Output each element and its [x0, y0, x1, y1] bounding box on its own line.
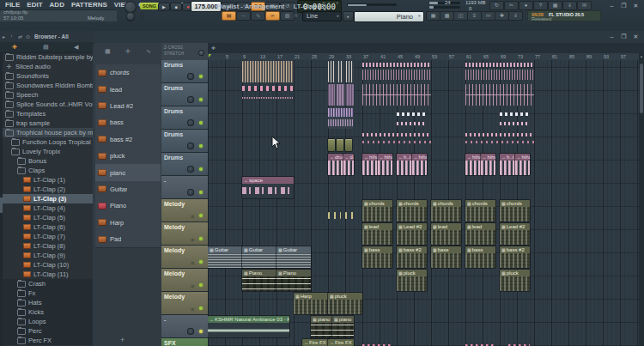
- clip-piano[interactable]: ▦Piano: [276, 270, 311, 291]
- clip-chords[interactable]: ▦chords: [500, 200, 530, 222]
- track-enable-led[interactable]: [199, 167, 203, 171]
- clip-pluck[interactable]: ▦pluck: [397, 270, 427, 291]
- clip-wavtall[interactable]: [242, 61, 294, 82]
- browser-swap-icon[interactable]: ⇄: [18, 33, 22, 39]
- add-pattern-button[interactable]: +: [120, 336, 125, 344]
- track-header-4[interactable]: Drums: [161, 130, 208, 153]
- main-volume-knob[interactable]: [125, 1, 137, 13]
- browser-item[interactable]: Bonus: [0, 156, 93, 166]
- clip-h-t[interactable]: ↔h..t: [500, 154, 515, 175]
- track-header-10[interactable]: Melody≡: [161, 269, 208, 292]
- track-pattern-icon[interactable]: ≡: [191, 214, 194, 220]
- menu-item-file[interactable]: FILE: [2, 1, 23, 9]
- clip-guitar[interactable]: ▦Guitar: [242, 246, 276, 268]
- step-edit-icon[interactable]: →: [236, 11, 251, 21]
- clip-bits[interactable]: [362, 341, 392, 346]
- clip-mini[interactable]: [328, 139, 335, 151]
- pattern-selector[interactable]: Piano +: [354, 11, 424, 22]
- browser-plugins-tab-icon[interactable]: ✚: [12, 44, 17, 51]
- playlist-minimize-button[interactable]: –: [606, 33, 617, 40]
- clip-mini[interactable]: [345, 139, 352, 151]
- clip-wavseg[interactable]: [328, 61, 354, 82]
- playlist-close-button[interactable]: ✕: [630, 33, 641, 40]
- snap-magnet-icon[interactable]: ∩: [294, 12, 298, 18]
- browser-audio-tab-icon[interactable]: ◀: [74, 44, 78, 51]
- track-header-6[interactable]: -: [161, 176, 208, 199]
- track-enable-led[interactable]: [199, 214, 203, 217]
- clip-guitar[interactable]: ▦Guitar: [208, 246, 242, 268]
- clip-space[interactable]: ↔space: [242, 177, 294, 198]
- pattern-item[interactable]: piano: [95, 164, 161, 181]
- browser-find-icon[interactable]: ⊙: [26, 33, 30, 39]
- snap-selector[interactable]: Line ▸: [302, 11, 342, 21]
- browser-item[interactable]: Fx: [0, 288, 93, 298]
- clip-bass-2[interactable]: ▦bass #2: [397, 246, 427, 268]
- clip-chords[interactable]: ▦chords: [397, 200, 427, 222]
- pattern-item[interactable]: Harp: [95, 215, 161, 232]
- browser-item[interactable]: Claps: [0, 166, 93, 175]
- clip-lead[interactable]: ▦lead: [431, 223, 461, 245]
- close-button[interactable]: ✕: [630, 2, 641, 9]
- pitch-wheel[interactable]: [140, 12, 144, 20]
- recover-icon[interactable]: ↻: [489, 1, 504, 10]
- browser-files-tab-icon[interactable]: ▤: [43, 44, 49, 51]
- browser-item[interactable]: LT-Clap (4): [0, 203, 93, 213]
- track-enable-led[interactable]: [199, 191, 203, 194]
- menu-item-edit[interactable]: EDIT: [23, 1, 46, 9]
- pattern-item[interactable]: Lead #2: [95, 98, 161, 115]
- link-icon[interactable]: ∞: [265, 11, 280, 21]
- playlist-scrollbar-thumb[interactable]: [640, 64, 643, 113]
- track-enable-led[interactable]: [199, 75, 203, 78]
- clip-h-t[interactable]: ↔h..t: [397, 154, 412, 175]
- clip-drums[interactable]: ↔drums: [328, 154, 343, 175]
- browser-item[interactable]: LT-Clap (9): [0, 251, 93, 260]
- browser-item[interactable]: LT-Clap (8): [0, 241, 93, 251]
- track-header-9[interactable]: Melody≡: [161, 246, 208, 269]
- save-icon[interactable]: ▦: [548, 1, 562, 10]
- clip-piano[interactable]: ▦piano: [311, 316, 332, 337]
- stop-button[interactable]: ■: [170, 3, 182, 11]
- clip-bars[interactable]: [362, 61, 431, 82]
- clip-hihat[interactable]: ↔hihat: [362, 154, 378, 175]
- clip-cross[interactable]: [465, 84, 534, 106]
- clip-hihat[interactable]: ↔hihat: [465, 154, 481, 175]
- clip-mini[interactable]: [337, 139, 343, 151]
- clip-chords[interactable]: ▦chords: [465, 200, 495, 222]
- browser-item[interactable]: ✛Sliced audio: [0, 62, 93, 71]
- track-mute-button[interactable]: [187, 143, 194, 149]
- clip-hihat[interactable]: ↔hihat: [481, 154, 496, 175]
- track-mute-button[interactable]: [187, 189, 194, 196]
- clip-bars[interactable]: [465, 61, 534, 82]
- clip-chords[interactable]: ▦chords: [431, 200, 461, 222]
- browser-scrollbar-thumb[interactable]: [0, 197, 3, 213]
- track-enable-led[interactable]: [199, 98, 203, 101]
- clip-lead-2[interactable]: ▦Lead #2: [500, 223, 530, 245]
- browser-item[interactable]: Splice Sounds of..HMR Vol 2 3 WAV: [0, 100, 93, 109]
- track-enable-led[interactable]: [199, 121, 203, 124]
- clip-bass[interactable]: ▦bass: [362, 246, 392, 268]
- clip-piano[interactable]: ▦Piano: [242, 270, 276, 291]
- browser-item[interactable]: LT-Clap (11): [0, 270, 93, 279]
- clip-bits[interactable]: [508, 341, 530, 346]
- project-picker-icon[interactable]: ▭: [481, 11, 495, 21]
- pattern-item[interactable]: bass #2: [95, 131, 161, 149]
- clip-bass[interactable]: ▦bass: [465, 246, 495, 268]
- scrub-thumb[interactable]: [348, 4, 367, 6]
- maximize-button[interactable]: ❐: [618, 2, 629, 9]
- mic-icon[interactable]: ●: [519, 1, 533, 10]
- clip-piano[interactable]: ▦piano: [332, 316, 354, 337]
- browser-item[interactable]: Lovely Tropix: [0, 147, 93, 156]
- minimize-button[interactable]: –: [606, 2, 617, 9]
- track-enable-led[interactable]: [199, 283, 203, 287]
- browser-menu-icon[interactable]: ▸: [3, 33, 5, 39]
- clip-stereo[interactable]: [328, 107, 354, 129]
- track-header-2[interactable]: Drums: [161, 83, 208, 106]
- pattern-sliders-icon[interactable]: ✛: [125, 48, 131, 55]
- browser-item[interactable]: Function Loops Tropical House: [0, 137, 93, 147]
- clip-fire-fx[interactable]: ↔Fire FX: [302, 339, 328, 346]
- clip-bass[interactable]: ▦bass: [431, 246, 461, 268]
- track-enable-led[interactable]: [199, 260, 203, 264]
- song-mode-toggle[interactable]: SONG: [140, 3, 159, 9]
- browser-item[interactable]: Hats: [0, 298, 93, 307]
- clip-tick[interactable]: [328, 212, 341, 219]
